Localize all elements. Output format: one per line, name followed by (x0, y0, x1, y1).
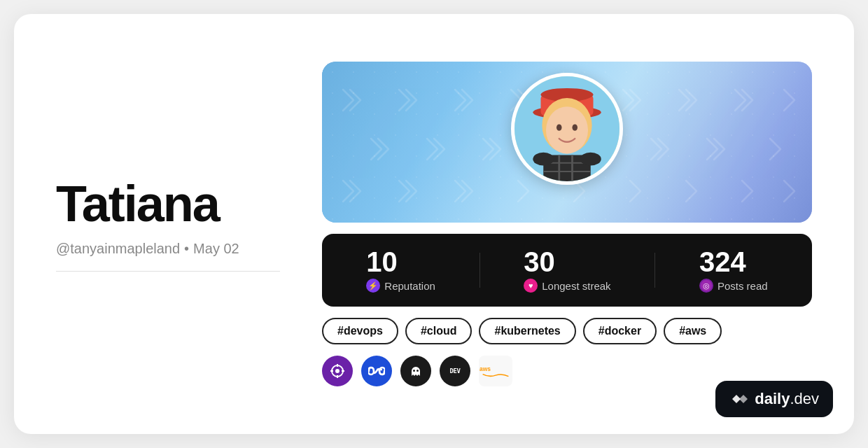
stats-bar: 10 ⚡ Reputation 30 ♥ Longest streak 324 … (322, 234, 812, 307)
user-handle: @tanyainmapleland • May 02 (56, 241, 280, 257)
profile-card: Tatiana @tanyainmapleland • May 02 (14, 14, 854, 434)
posts-label: Posts read (718, 280, 768, 292)
stat-streak: 30 ♥ Longest streak (524, 248, 610, 293)
posts-value: 324 (699, 248, 746, 276)
posts-icon: ◎ (699, 279, 713, 293)
stat-divider-2 (654, 253, 655, 288)
stat-divider-1 (479, 253, 480, 288)
svg-text:aws: aws (479, 365, 491, 372)
reputation-icon: ⚡ (366, 279, 380, 293)
tag-docker[interactable]: #docker (583, 318, 657, 344)
tag-aws[interactable]: #aws (664, 318, 722, 344)
divider (56, 271, 280, 272)
reputation-label: Reputation (384, 280, 435, 292)
integration-infinity[interactable] (361, 356, 392, 386)
right-section: 10 ⚡ Reputation 30 ♥ Longest streak 324 … (322, 62, 812, 386)
svg-point-5 (546, 106, 588, 154)
logo-ext: .dev (790, 390, 819, 407)
logo-bold: daily (755, 390, 790, 407)
tag-devops[interactable]: #devops (322, 318, 398, 344)
svg-point-22 (416, 370, 419, 372)
svg-point-13 (533, 153, 554, 166)
reputation-value: 10 (366, 248, 398, 276)
stat-reputation: 10 ⚡ Reputation (366, 248, 435, 293)
handle-text: @tanyainmapleland (56, 241, 180, 257)
svg-point-7 (573, 124, 578, 130)
streak-value: 30 (524, 248, 555, 276)
reputation-label-row: ⚡ Reputation (366, 279, 435, 293)
tags-section: #devops #cloud #kubernetes #docker #aws (322, 318, 812, 344)
streak-label-row: ♥ Longest streak (524, 279, 610, 293)
profile-banner (322, 62, 812, 223)
dailydev-logo[interactable]: daily.dev (715, 381, 833, 417)
tag-kubernetes[interactable]: #kubernetes (479, 318, 575, 344)
streak-label: Longest streak (542, 280, 610, 292)
svg-point-14 (580, 153, 601, 166)
user-name: Tatiana (56, 176, 280, 232)
avatar-container (511, 73, 623, 185)
tag-cloud[interactable]: #cloud (405, 318, 472, 344)
dailydev-logo-icon (729, 389, 749, 409)
integration-crosshair[interactable] (322, 356, 353, 386)
integration-dev[interactable]: DEV (440, 356, 470, 386)
stat-posts: 324 ◎ Posts read (699, 248, 768, 293)
svg-point-6 (556, 124, 562, 130)
svg-point-21 (413, 370, 415, 372)
avatar-illustration (514, 73, 620, 185)
avatar (511, 73, 623, 185)
svg-point-16 (335, 369, 340, 373)
integration-ghost[interactable] (400, 356, 431, 386)
posts-label-row: ◎ Posts read (699, 279, 768, 293)
streak-icon: ♥ (524, 279, 538, 293)
left-section: Tatiana @tanyainmapleland • May 02 (56, 176, 280, 271)
logo-text: daily.dev (755, 390, 819, 408)
integration-aws[interactable]: aws (479, 356, 512, 386)
join-date: May 02 (193, 241, 239, 257)
